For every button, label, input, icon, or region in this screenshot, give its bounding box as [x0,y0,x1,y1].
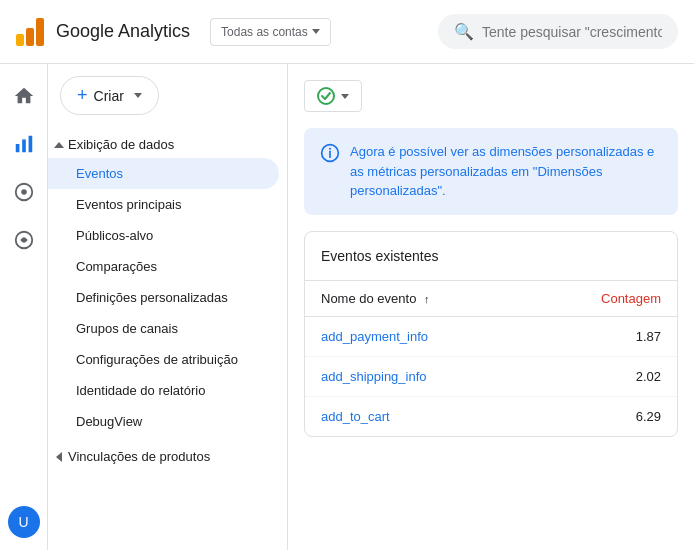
section-vinculacoes-label: Vinculações de produtos [68,449,210,464]
create-button-label: Criar [94,88,124,104]
table-row[interactable]: add_to_cart 6.29 [305,397,677,436]
sidebar-item-comparacoes-label: Comparações [76,259,157,274]
app-title: Google Analytics [56,21,190,42]
sidebar: + Criar Exibição de dados Eventos Evento… [48,64,288,550]
section-vinculacoes-arrow-icon [56,452,62,462]
sidebar-item-eventos-principais[interactable]: Eventos principais [48,189,279,220]
google-analytics-logo [16,18,44,46]
table-header: Nome do evento ↑ Contagem [305,281,677,317]
create-button[interactable]: + Criar [60,76,159,115]
col-name-header: Nome do evento ↑ [321,291,430,306]
table-row[interactable]: add_payment_info 1.87 [305,317,677,357]
event-count-0: 1.87 [636,329,661,344]
section-exibicao-label: Exibição de dados [68,137,174,152]
topbar: Google Analytics Todas as contas 🔍 [0,0,694,64]
sort-icon: ↑ [424,293,430,305]
svg-rect-1 [22,139,26,152]
sidebar-item-eventos-principais-label: Eventos principais [76,197,182,212]
col-count-header: Contagem [601,291,661,306]
account-selector[interactable]: Todas as contas [210,18,331,46]
sidebar-item-definicoes-label: Definições personalizadas [76,290,228,305]
sidebar-item-debugview[interactable]: DebugView [48,406,279,437]
section-exibicao-header[interactable]: Exibição de dados [48,131,287,158]
sidebar-item-publicos-alvo[interactable]: Públicos-alvo [48,220,279,251]
search-icon: 🔍 [454,22,474,41]
icon-rail: U [0,64,48,550]
advertising-nav-icon[interactable] [4,220,44,260]
plus-icon: + [77,85,88,106]
table-title: Eventos existentes [305,232,677,281]
sidebar-item-configuracoes[interactable]: Configurações de atribuição [48,344,279,375]
status-button[interactable] [304,80,362,112]
info-icon [320,143,340,168]
main-content: Agora é possível ver as dimensões person… [288,64,694,550]
sidebar-item-publicos-label: Públicos-alvo [76,228,153,243]
logo-bar-1 [16,34,24,46]
sidebar-item-debugview-label: DebugView [76,414,142,429]
table-row[interactable]: add_shipping_info 2.02 [305,357,677,397]
search-bar[interactable]: 🔍 [438,14,678,49]
sidebar-item-eventos-label: Eventos [76,166,123,181]
account-selector-label: Todas as contas [221,25,308,39]
svg-point-4 [21,189,27,195]
event-name-1: add_shipping_info [321,369,427,384]
sidebar-item-comparacoes[interactable]: Comparações [48,251,279,282]
sidebar-item-configuracoes-label: Configurações de atribuição [76,352,238,367]
sidebar-item-identidade-label: Identidade do relatório [76,383,205,398]
event-count-1: 2.02 [636,369,661,384]
section-arrow-icon [54,142,64,148]
sidebar-item-identidade[interactable]: Identidade do relatório [48,375,279,406]
layout: U + Criar Exibição de dados Eventos Even… [0,64,694,550]
svg-point-8 [329,148,331,150]
logo-bar-2 [26,28,34,46]
create-chevron-icon [134,93,142,98]
search-input[interactable] [482,24,662,40]
home-nav-icon[interactable] [4,76,44,116]
chevron-down-icon [312,29,320,34]
info-banner-text: Agora é possível ver as dimensões person… [350,142,662,201]
sidebar-item-grupos-label: Grupos de canais [76,321,178,336]
svg-rect-0 [15,144,19,152]
col-name-label: Nome do evento [321,291,416,306]
sidebar-item-definicoes[interactable]: Definições personalizadas [48,282,279,313]
logo-bar-3 [36,18,44,46]
status-check-icon [317,87,335,105]
status-chevron-icon [341,94,349,99]
sidebar-item-grupos[interactable]: Grupos de canais [48,313,279,344]
events-table: Eventos existentes Nome do evento ↑ Cont… [304,231,678,437]
section-vinculacoes-header[interactable]: Vinculações de produtos [48,441,287,470]
reports-nav-icon[interactable] [4,124,44,164]
event-name-2: add_to_cart [321,409,390,424]
svg-rect-2 [28,136,32,153]
event-name-0: add_payment_info [321,329,428,344]
info-banner: Agora é possível ver as dimensões person… [304,128,678,215]
event-count-2: 6.29 [636,409,661,424]
sidebar-item-eventos[interactable]: Eventos [48,158,279,189]
user-avatar[interactable]: U [8,506,40,538]
explore-nav-icon[interactable] [4,172,44,212]
